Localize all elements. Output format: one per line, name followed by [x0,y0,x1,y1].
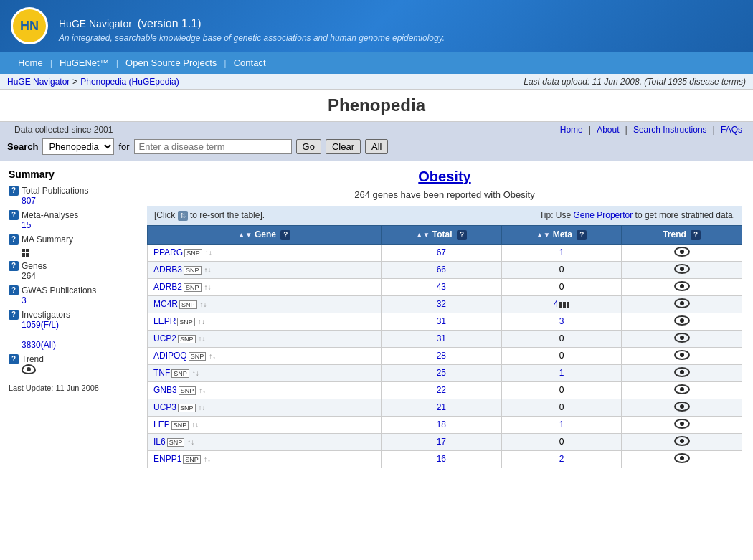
trend-eye-icon[interactable] [674,419,690,429]
help-icon-trend-col[interactable]: ? [691,230,701,240]
gene-link[interactable]: TNF [153,368,170,378]
gene-link[interactable]: ADRB2 [153,282,182,292]
sort-meta[interactable]: ▲▼ [536,232,551,239]
meta-link[interactable]: 1 [559,419,564,430]
total-link[interactable]: 17 [437,437,446,447]
row-sort-arrows[interactable]: ↑↓ [200,300,207,308]
total-link[interactable]: 18 [437,419,446,430]
all-button[interactable]: All [365,139,388,154]
cell-meta: 0 [501,433,622,450]
row-sort-arrows[interactable]: ↑↓ [204,455,211,463]
sort-icon-hint[interactable]: ⇅ [178,211,188,221]
sort-gene[interactable]: ▲▼ [238,232,252,239]
breadcrumb-home[interactable]: HuGE Navigator [7,77,70,87]
link-ma-summary[interactable] [22,245,73,257]
sort-total[interactable]: ▲▼ [416,232,430,239]
total-link[interactable]: 31 [437,333,446,343]
total-link[interactable]: 21 [437,402,446,412]
row-sort-arrows[interactable]: ↑↓ [205,249,212,257]
trend-eye-icon[interactable] [674,402,690,412]
trend-eye-icon[interactable] [674,367,690,377]
row-sort-arrows[interactable]: ↑↓ [199,335,206,343]
go-button[interactable]: Go [296,139,321,154]
total-link[interactable]: 66 [437,265,446,275]
nav-contact[interactable]: Contact [227,55,273,70]
trend-eye-icon[interactable] [674,315,690,326]
total-link[interactable]: 22 [437,385,446,395]
nav-home[interactable]: Home [11,55,50,70]
total-link[interactable]: 25 [437,368,446,378]
total-link[interactable]: 28 [437,351,446,361]
clear-button[interactable]: Clear [326,139,361,154]
trend-eye-icon[interactable] [674,247,690,257]
gene-link[interactable]: LEP [153,419,170,430]
meta-link[interactable]: 1 [559,247,564,257]
gene-link[interactable]: MC4R [153,299,178,309]
help-icon-total-col[interactable]: ? [457,230,467,240]
row-sort-arrows[interactable]: ↑↓ [191,421,199,429]
gene-link[interactable]: PPARG [153,247,183,257]
link-gene-propertor[interactable]: Gene Propertor [574,210,633,220]
meta-link[interactable]: 1 [559,368,564,378]
trend-eye-icon[interactable] [674,436,690,446]
total-link[interactable]: 67 [437,247,446,257]
row-sort-arrows[interactable]: ↑↓ [199,404,206,412]
trend-eye-icon[interactable] [674,384,690,394]
trend-eye-icon[interactable] [674,264,690,274]
meta-link[interactable]: 4 [554,299,559,309]
link-investigators-fl[interactable]: 1059(F/L) [22,320,70,330]
help-icon-gwas[interactable]: ? [9,285,19,295]
trend-eye-icon[interactable] [674,281,690,291]
trend-eye-sidebar[interactable] [22,364,36,374]
cell-total: 32 [382,295,502,313]
total-link[interactable]: 31 [437,316,446,326]
help-icon-genes[interactable]: ? [9,261,19,271]
row-sort-arrows[interactable]: ↑↓ [204,283,212,291]
gene-link[interactable]: ADRB3 [153,265,182,275]
meta-link[interactable]: 2 [559,454,564,464]
trend-eye-icon[interactable] [674,350,690,360]
gene-link[interactable]: LEPR [153,316,176,326]
breadcrumb-current[interactable]: Phenopedia (HuGEpedia) [80,77,179,87]
nav-opensource[interactable]: Open Source Projects [118,55,224,70]
row-sort-arrows[interactable]: ↑↓ [198,318,205,326]
link-search-instructions[interactable]: Search Instructions [633,125,707,135]
cell-total: 28 [382,347,502,364]
link-faqs[interactable]: FAQs [721,125,742,135]
gene-link[interactable]: UCP3 [153,402,176,412]
link-about[interactable]: About [597,125,619,135]
total-link[interactable]: 43 [437,282,446,292]
gene-link[interactable]: GNB3 [153,385,177,395]
row-sort-arrows[interactable]: ↑↓ [192,369,199,377]
help-icon-meta-col[interactable]: ? [577,230,587,240]
help-icon-investigators[interactable]: ? [9,310,19,320]
gene-link[interactable]: ADIPOQ [153,351,187,361]
trend-eye-icon[interactable] [674,453,690,463]
search-dropdown[interactable]: Phenopedia Gene Disease [42,138,114,155]
disease-title[interactable]: Obesity [147,169,742,185]
gene-link[interactable]: IL6 [153,437,166,447]
help-icon-meta-analyses[interactable]: ? [9,210,19,220]
gene-link[interactable]: UCP2 [153,333,176,343]
meta-link[interactable]: 3 [559,316,564,326]
help-icon-total-pubs[interactable]: ? [9,186,19,196]
total-link[interactable]: 32 [437,299,446,309]
row-sort-arrows[interactable]: ↑↓ [204,266,212,274]
total-link[interactable]: 16 [437,454,446,464]
row-sort-arrows[interactable]: ↑↓ [199,386,206,394]
link-home[interactable]: Home [560,125,583,135]
row-sort-arrows[interactable]: ↑↓ [187,438,194,446]
link-investigators-all[interactable]: 3830(All) [22,340,70,350]
gene-link[interactable]: ENPP1 [153,454,181,464]
link-total-pubs[interactable]: 807 [22,196,88,206]
help-icon-trend[interactable]: ? [9,354,19,364]
nav-hugenet[interactable]: HuGENet™ [52,55,116,70]
search-input[interactable] [134,139,292,154]
help-icon-gene-col[interactable]: ? [280,230,290,240]
help-icon-ma-summary[interactable]: ? [9,234,19,245]
link-gwas[interactable]: 3 [22,295,96,305]
trend-eye-icon[interactable] [674,298,690,308]
row-sort-arrows[interactable]: ↑↓ [209,352,216,360]
link-meta-analyses[interactable]: 15 [22,220,78,230]
trend-eye-icon[interactable] [674,333,690,343]
